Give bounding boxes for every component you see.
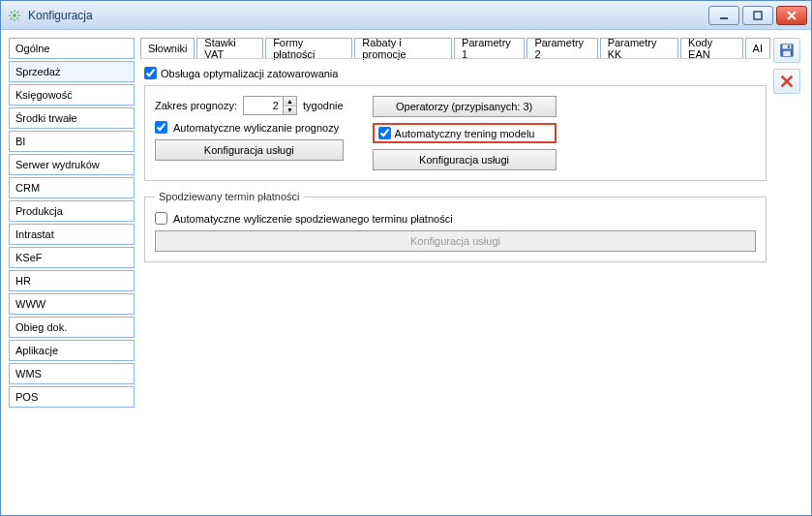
sidebar-item-pos[interactable]: POS	[9, 386, 135, 408]
sidebar-item-label: Intrastat	[15, 228, 54, 240]
tab-parametry-kk[interactable]: Parametry KK	[600, 38, 678, 59]
tab-formy-platnosci[interactable]: Formy płatności	[265, 38, 352, 59]
button-label: Operatorzy (przypisanych: 3)	[396, 101, 532, 112]
svg-line-8	[16, 11, 18, 13]
svg-rect-10	[754, 12, 762, 19]
sidebar-item-ksef[interactable]: KSeF	[9, 247, 135, 268]
config-service-button-1[interactable]: Konfiguracja usługi	[155, 139, 344, 161]
sidebar-item-bi[interactable]: BI	[9, 131, 135, 152]
sidebar-item-label: HR	[15, 275, 31, 287]
tab-label: Formy płatności	[273, 37, 345, 60]
sidebar-item-crm[interactable]: CRM	[9, 177, 135, 198]
auto-payment-checkbox[interactable]	[155, 212, 167, 225]
tab-label: Kody EAN	[688, 37, 736, 60]
minimize-button[interactable]	[708, 6, 739, 25]
config-window: Konfiguracja Ogólne Sprzedaż Księgowość …	[0, 0, 812, 516]
auto-training-highlight: Automatyczny trening modelu	[373, 123, 556, 143]
sidebar-item-serwer-wydrukow[interactable]: Serwer wydruków	[9, 154, 135, 175]
sidebar-item-label: POS	[15, 391, 38, 403]
cancel-icon	[779, 74, 795, 89]
svg-line-7	[11, 17, 13, 19]
button-label: Konfiguracja usługi	[410, 235, 500, 247]
minimize-icon	[718, 10, 730, 21]
sidebar-item-label: KSeF	[15, 252, 43, 263]
button-label: Konfiguracja usługi	[419, 154, 509, 166]
window-buttons	[708, 6, 807, 25]
tab-label: Stawki VAT	[204, 37, 256, 60]
stock-opt-label: Obsługa optymalizacji zatowarowania	[161, 68, 338, 79]
sidebar-item-sprzedaz[interactable]: Sprzedaż	[9, 61, 135, 82]
body: Ogólne Sprzedaż Księgowość Środki trwałe…	[1, 30, 811, 515]
auto-payment-label: Automatyczne wyliczenie spodziewanego te…	[173, 213, 453, 225]
sidebar: Ogólne Sprzedaż Księgowość Środki trwałe…	[9, 38, 135, 507]
sidebar-item-intrastat[interactable]: Intrastat	[9, 224, 135, 245]
payment-group-title: Spodziewany termin płatności	[155, 191, 304, 202]
window-title: Konfiguracja	[28, 9, 708, 22]
sidebar-item-label: Obieg dok.	[15, 321, 67, 333]
svg-point-0	[13, 14, 16, 17]
tab-label: Rabaty i promocje	[362, 37, 444, 60]
sidebar-item-label: Środki trwałe	[15, 112, 77, 124]
config-service-button-3: Konfiguracja usługi	[155, 230, 756, 252]
tab-label: Parametry KK	[608, 37, 671, 60]
save-button[interactable]	[773, 38, 800, 63]
tab-kody-ean[interactable]: Kody EAN	[680, 38, 743, 59]
sidebar-item-hr[interactable]: HR	[9, 270, 135, 291]
sidebar-item-produkcja[interactable]: Produkcja	[9, 200, 135, 222]
spinner-up[interactable]: ▲	[284, 97, 296, 106]
maximize-icon	[752, 10, 764, 21]
sidebar-item-label: Sprzedaż	[15, 66, 60, 77]
tab-label: AI	[753, 43, 763, 54]
config-service-button-2[interactable]: Konfiguracja usługi	[373, 149, 556, 170]
sidebar-item-obieg-dok[interactable]: Obieg dok.	[9, 317, 135, 338]
tab-label: Parametry 1	[462, 37, 517, 60]
auto-training-checkbox[interactable]	[378, 127, 391, 139]
tabstrip: Słowniki Stawki VAT Formy płatności Raba…	[140, 38, 770, 59]
auto-forecast-label: Automatyczne wyliczanie prognozy	[173, 122, 339, 134]
sidebar-item-aplikacje[interactable]: Aplikacje	[9, 340, 135, 361]
main: Słowniki Stawki VAT Formy płatności Raba…	[140, 38, 803, 507]
auto-training-label: Automatyczny trening modelu	[395, 128, 535, 139]
sidebar-item-label: Księgowość	[15, 89, 73, 101]
sidebar-item-label: CRM	[15, 182, 40, 194]
tab-parametry-2[interactable]: Parametry 2	[526, 38, 597, 59]
tab-label: Parametry 2	[534, 37, 589, 60]
tab-rabaty-promocje[interactable]: Rabaty i promocje	[354, 38, 452, 59]
cancel-button[interactable]	[773, 69, 800, 94]
auto-forecast-checkbox[interactable]	[155, 121, 167, 134]
sidebar-item-ogolne[interactable]: Ogólne	[9, 38, 135, 59]
right-toolbar	[770, 38, 803, 507]
sidebar-item-srodki-trwale[interactable]: Środki trwałe	[9, 107, 135, 129]
ai-panel: Obsługa optymalizacji zatowarowania Zakr…	[140, 58, 770, 507]
svg-line-6	[16, 17, 18, 19]
sidebar-item-ksiegowosc[interactable]: Księgowość	[9, 84, 135, 106]
tab-stawki-vat[interactable]: Stawki VAT	[196, 38, 263, 59]
operators-button[interactable]: Operatorzy (przypisanych: 3)	[373, 96, 556, 117]
forecast-value-input[interactable]	[244, 97, 283, 114]
forecast-unit-label: tygodnie	[303, 100, 344, 111]
tab-ai[interactable]: AI	[745, 38, 770, 59]
svg-rect-9	[720, 17, 728, 19]
sidebar-item-label: Ogólne	[15, 43, 49, 54]
svg-line-11	[788, 12, 796, 19]
close-button[interactable]	[776, 6, 807, 25]
tab-parametry-1[interactable]: Parametry 1	[454, 38, 525, 59]
maximize-button[interactable]	[742, 6, 773, 25]
payment-group: Spodziewany termin płatności Automatyczn…	[144, 191, 767, 262]
sidebar-item-wms[interactable]: WMS	[9, 363, 135, 384]
button-label: Konfiguracja usługi	[204, 144, 294, 156]
svg-line-12	[788, 12, 796, 19]
tab-label: Słowniki	[148, 43, 187, 54]
svg-line-5	[11, 11, 13, 13]
forecast-range-label: Zakres prognozy:	[155, 100, 237, 111]
spinner-down[interactable]: ▼	[284, 106, 296, 115]
tab-slowniki[interactable]: Słowniki	[140, 38, 195, 59]
sidebar-item-www[interactable]: WWW	[9, 293, 135, 315]
stock-opt-checkbox[interactable]	[144, 67, 157, 79]
save-icon	[778, 42, 796, 59]
svg-rect-14	[783, 45, 792, 49]
titlebar: Konfiguracja	[1, 1, 811, 30]
sidebar-item-label: WMS	[15, 368, 42, 379]
forecast-spinner: ▲ ▼	[243, 96, 297, 115]
sidebar-item-label: Serwer wydruków	[15, 159, 100, 170]
